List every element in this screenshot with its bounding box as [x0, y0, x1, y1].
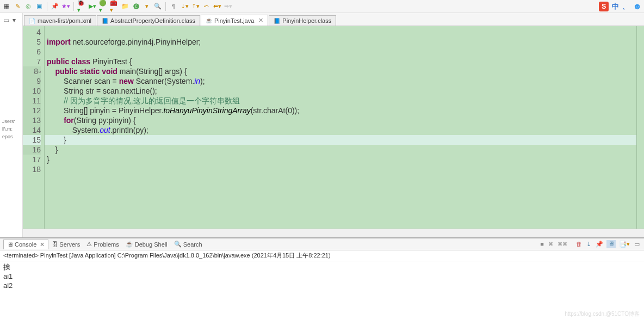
toggle-icon[interactable]: ★▾	[61, 2, 70, 11]
coverage-icon[interactable]: 🟢▾	[99, 2, 108, 11]
new-class-icon[interactable]: 🅒	[132, 2, 140, 11]
format-icon[interactable]: ¶	[169, 2, 178, 11]
overview-ruler[interactable]	[636, 26, 644, 229]
pin-icon[interactable]: 📌	[51, 2, 59, 11]
console-tab[interactable]: 🗄Servers	[48, 240, 83, 249]
console-tab[interactable]: ☕Debug Shell	[122, 240, 171, 249]
open-type-icon[interactable]: ◎	[24, 2, 33, 11]
horizontal-scrollbar[interactable]	[23, 229, 644, 237]
grid-icon[interactable]: ▦	[2, 2, 11, 11]
display-icon[interactable]: 🖥	[606, 240, 616, 248]
sidebar-text: epos	[0, 133, 22, 140]
new-pkg-icon[interactable]: ▾	[143, 2, 151, 11]
outline-icon[interactable]: ▭	[3, 16, 9, 24]
open-console-icon[interactable]: 📑▾	[618, 240, 631, 248]
min-console-icon[interactable]: ▭	[633, 240, 641, 248]
console-header: <terminated> PinyinTest [Java Applicatio…	[0, 250, 644, 261]
prev-annot-icon[interactable]: ⤒▾	[191, 2, 200, 11]
console-tab[interactable]: 🔍Search	[171, 240, 206, 249]
min-icon[interactable]: ▾	[13, 16, 16, 24]
main-toolbar: ▦ ✎ ◎ ▣ 📌 ★▾ 🐞▾ ▶▾ 🟢▾ 🧰▾ 📁 🅒 ▾ 🔍 ¶ ⤓▾ ⤒▾…	[0, 0, 644, 13]
editor-tabs: 📄maven-first/pom.xml📘AbstractPropertyDef…	[23, 13, 644, 26]
editor-tab[interactable]: 📘PinyinHelper.class	[269, 15, 336, 26]
back-icon[interactable]: ⬅▾	[213, 2, 221, 11]
new-icon[interactable]: 📁	[121, 2, 129, 11]
editor-column: 📄maven-first/pom.xml📘AbstractPropertyDef…	[23, 13, 644, 237]
console-panel: 🖥Console✕🗄Servers⚠Problems☕Debug Shell🔍S…	[0, 237, 644, 319]
console-toolbar: ■ ✖ ✖✖ 🗑 ⤓ 📌 🖥 📑▾ ▭	[539, 240, 641, 248]
line-numbers: 45678▫9101112131415161718	[23, 26, 45, 229]
console-output[interactable]: 挨ai1ai2	[0, 261, 644, 319]
remove-all-icon[interactable]: ✖✖	[556, 240, 568, 248]
stop-icon[interactable]: ■	[539, 240, 545, 248]
ime-indicator[interactable]: 中	[612, 2, 619, 11]
scroll-lock-icon[interactable]: ⤓	[585, 240, 592, 248]
clear-icon[interactable]: 🗑	[575, 240, 583, 248]
editor-tab[interactable]: ☕PinyinTest.java✕	[201, 15, 268, 26]
console-tabs: 🖥Console✕🗄Servers⚠Problems☕Debug Shell🔍S…	[0, 238, 644, 250]
ext-tools-icon[interactable]: 🧰▾	[110, 2, 119, 11]
console-tab[interactable]: 🖥Console✕	[3, 240, 48, 249]
main-area: ▭ ▾ Jsers' ll\.m: epos 📄maven-first/pom.…	[0, 13, 644, 237]
ime-punct[interactable]: 、	[622, 2, 629, 11]
close-icon[interactable]: ✕	[258, 17, 263, 24]
code-body[interactable]: import net.sourceforge.pinyin4j.PinyinHe…	[45, 26, 636, 229]
watermark: https://blog.csdn.@51CTO博客	[565, 310, 640, 318]
last-edit-icon[interactable]: ⤺	[202, 2, 210, 11]
console-tab[interactable]: ⚠Problems	[83, 240, 122, 249]
emoji-icon[interactable]: ☻	[633, 2, 642, 11]
editor-tab[interactable]: 📘AbstractPropertyDefinition.class	[97, 15, 200, 26]
editor-tab[interactable]: 📄maven-first/pom.xml	[24, 15, 96, 26]
search-icon[interactable]: 🔍	[153, 2, 162, 11]
sidebar-text: ll\.m:	[0, 125, 22, 133]
run-icon[interactable]: ▶▾	[88, 2, 97, 11]
forward-icon[interactable]: ➡▾	[224, 2, 232, 11]
next-annot-icon[interactable]: ⤓▾	[180, 2, 189, 11]
remove-icon[interactable]: ✖	[547, 240, 554, 248]
sogou-icon[interactable]: S	[599, 2, 609, 11]
cursor-icon[interactable]: ✎	[13, 2, 22, 11]
left-sidebar: ▭ ▾ Jsers' ll\.m: epos	[0, 13, 23, 237]
task-icon[interactable]: ▣	[35, 2, 44, 11]
code-editor[interactable]: 45678▫9101112131415161718 import net.sou…	[23, 26, 644, 229]
debug-icon[interactable]: 🐞▾	[77, 2, 86, 11]
sidebar-text: Jsers'	[0, 118, 22, 125]
pin-console-icon[interactable]: 📌	[595, 240, 604, 248]
